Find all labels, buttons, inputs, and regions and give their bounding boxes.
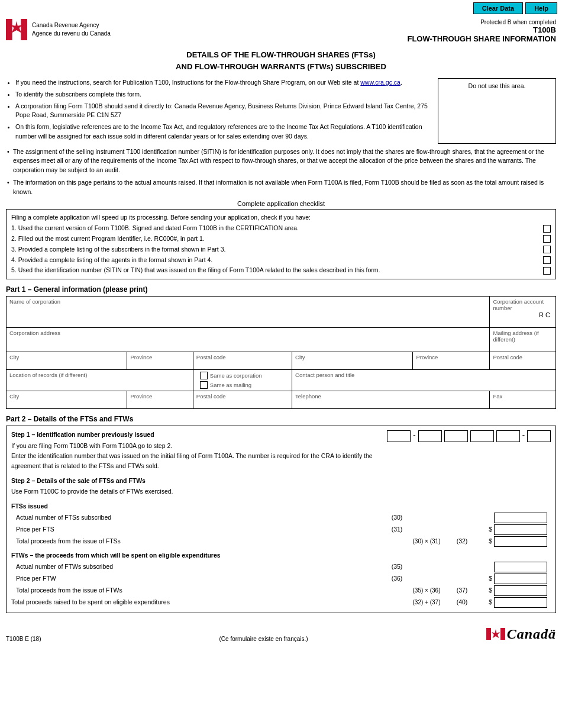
ftws-header: FTWs – the proceeds from which will be s… — [11, 550, 551, 561]
code-37: (37) — [444, 585, 480, 595]
id-box-3[interactable] — [444, 430, 468, 442]
code-35: (35) — [379, 562, 415, 572]
location-records-label: Location of records (if different) — [9, 372, 190, 378]
agency-fr: Agence du revenu du Canada — [32, 30, 111, 38]
total-ftw-input[interactable] — [494, 585, 547, 596]
dollar-sign-31: $ — [489, 524, 492, 534]
do-not-use-box: Do not use this area. — [438, 78, 556, 144]
dollar-sign-36: $ — [489, 574, 492, 584]
long-para-2: The information on this page pertains to… — [6, 178, 556, 197]
step1-line1: If you are filing Form T100B with Form T… — [11, 441, 375, 451]
total-eligible-input[interactable] — [494, 597, 547, 608]
total-fts-label: Total proceeds from the issue of FTSs — [11, 536, 409, 546]
id-box-6[interactable] — [527, 430, 551, 442]
svg-rect-1 — [21, 19, 27, 40]
ftss-actual-input[interactable] — [494, 513, 547, 523]
checkbox-4[interactable] — [543, 256, 551, 264]
code-31: (31) — [379, 524, 415, 534]
step2-line1: Use Form T100C to provide the details of… — [11, 487, 551, 497]
instruction-item-4: On this form, legislative references are… — [15, 123, 432, 141]
instruction-item-1: If you need the instructions, search for… — [15, 78, 432, 88]
checkbox-3[interactable] — [543, 246, 551, 253]
checklist-row-4: 4. Provided a complete listing of the ag… — [11, 255, 551, 266]
checklist-row-1: 1. Used the current version of Form T100… — [11, 223, 551, 234]
step1-title: Step 1 – Identification number previousl… — [11, 430, 375, 440]
province-input[interactable] — [130, 360, 189, 368]
fax-label: Fax — [493, 393, 553, 400]
city2-label: City — [295, 354, 409, 360]
form-number: T100B — [407, 25, 556, 34]
id-box-1[interactable] — [387, 430, 411, 442]
footer-form-code: T100B E (18) — [6, 636, 41, 642]
id-box-5[interactable] — [496, 430, 520, 442]
id-box-2[interactable] — [418, 430, 442, 442]
canada-text: Canadä — [507, 626, 556, 642]
canada-wordmark: Canadä — [486, 626, 556, 642]
formula-32plus37: (32) + (37) — [409, 598, 444, 607]
province2-input[interactable] — [416, 360, 486, 368]
ftss-actual-row: Actual number of FTSs subscribed (30) — [11, 513, 551, 523]
same-as-corp-checkbox[interactable] — [200, 372, 208, 379]
price-ftw-input[interactable] — [494, 574, 547, 584]
same-as-mailing-checkbox[interactable] — [200, 381, 208, 389]
fax-input[interactable] — [493, 400, 553, 407]
telephone-input[interactable] — [295, 400, 486, 407]
clear-data-button[interactable]: Clear Data — [473, 2, 523, 14]
checklist-title: Complete application checklist — [6, 200, 556, 207]
price-ftw-label: Price per FTW — [11, 574, 379, 584]
postal-code3-input[interactable] — [196, 400, 289, 407]
code-30: (30) — [379, 513, 415, 523]
checkbox-5[interactable] — [543, 267, 551, 275]
contact-person-input[interactable] — [295, 378, 553, 385]
formula-35x36: (35) × (36) — [409, 586, 444, 595]
price-fts-label: Price per FTS — [11, 524, 379, 534]
id-box-4[interactable] — [470, 430, 494, 442]
canada-flag-icon — [486, 628, 505, 640]
corp-account-label: Corporation account number — [493, 298, 553, 311]
postal-code-input[interactable] — [196, 360, 289, 368]
location-records-input[interactable] — [9, 378, 190, 385]
price-fts-input[interactable] — [494, 524, 547, 535]
do-not-use-label: Do not use this area. — [469, 82, 526, 89]
city2-input[interactable] — [295, 360, 409, 368]
actual-ftss-label: Actual number of FTSs subscribed — [11, 513, 379, 523]
part1-table: Name of corporation Corporation account … — [6, 296, 556, 409]
checklist-row-3: 3. Provided a complete listing of the su… — [11, 244, 551, 255]
main-title: DETAILS OF THE FLOW-THROUGH SHARES (FTSs… — [6, 49, 556, 72]
instructions-left: If you need the instructions, search for… — [6, 78, 432, 144]
dollar-sign-40: $ — [489, 597, 492, 607]
mailing-address-input[interactable] — [493, 343, 553, 350]
same-as-mailing-label: Same as mailing — [210, 382, 251, 388]
maple-leaf-icon — [6, 19, 27, 40]
province3-input[interactable] — [130, 400, 189, 407]
province2-label: Province — [416, 354, 486, 360]
city3-label: City — [9, 393, 124, 400]
rc-label: R C — [493, 311, 553, 318]
checkbox-2[interactable] — [543, 235, 551, 243]
title-line2: AND FLOW-THROUGH WARRANTS (FTWs) SUBSCRI… — [6, 61, 556, 73]
total-eligible-row: Total proceeds raised to be spent on eli… — [11, 597, 551, 608]
top-bar: Clear Data Help — [0, 0, 562, 17]
postal-code2-input[interactable] — [493, 360, 553, 368]
help-button[interactable]: Help — [525, 2, 557, 14]
ftws-actual-input[interactable] — [494, 562, 547, 572]
step1-line2: Enter the identification number that was… — [11, 451, 375, 471]
code-36: (36) — [379, 574, 415, 584]
long-para-1: The assignment of the selling instrument… — [6, 147, 556, 175]
checklist-row-5: 5. Used the identification number (SITIN… — [11, 265, 551, 276]
step2-title: Step 2 – Details of the sale of FTSs and… — [11, 476, 551, 486]
city3-input[interactable] — [9, 400, 124, 407]
agency-en: Canada Revenue Agency — [32, 21, 111, 30]
city-input[interactable] — [9, 360, 124, 368]
header: Canada Revenue Agency Agence du revenu d… — [0, 17, 562, 44]
name-corp-input[interactable] — [9, 305, 486, 312]
formula-30x31: (30) × (31) — [409, 537, 444, 546]
protected-label: Protected B when completed — [407, 19, 556, 25]
corp-address-input[interactable] — [9, 336, 486, 343]
svg-rect-0 — [6, 19, 12, 40]
corp-account-input[interactable] — [493, 318, 553, 326]
total-fts-input[interactable] — [494, 536, 547, 547]
province3-label: Province — [130, 393, 189, 400]
cra-link[interactable]: www.cra.gc.ca — [360, 79, 400, 86]
checkbox-1[interactable] — [543, 225, 551, 233]
